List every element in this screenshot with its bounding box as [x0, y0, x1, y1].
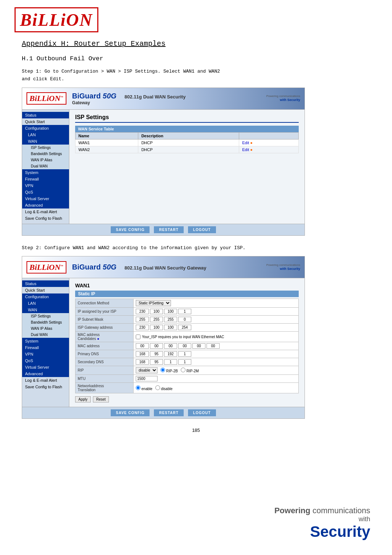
mac-field-4[interactable] [178, 343, 191, 349]
sidebar-item-system-2[interactable]: System [22, 338, 69, 344]
sidebar-item-firewall-1[interactable]: Firewall [22, 176, 69, 182]
ip-field-3[interactable] [164, 309, 177, 314]
sidebar-item-advanced-1[interactable]: Advanced [22, 202, 69, 208]
sidebar-item-advanced-2[interactable]: Advanced [22, 370, 69, 377]
sidebar-item-ispsettings-1[interactable]: ISP Settings [22, 145, 69, 151]
subnet-field-1[interactable] [136, 317, 149, 322]
save-config-btn-2[interactable]: SAVE CONFIG [111, 409, 150, 416]
sdns-field-2[interactable] [150, 359, 163, 365]
sidebar-item-saveconfig-2[interactable]: Save Config to Flash [22, 384, 69, 390]
sidebar-item-firewall-2[interactable]: Firewall [22, 344, 69, 351]
ip-assigned-value [134, 308, 299, 316]
sidebar-item-config-1[interactable]: Configuration [22, 125, 69, 131]
sidebar-item-saveconfig-1[interactable]: Save Config to Flash [22, 215, 69, 222]
connection-method-select[interactable]: Static IPSetting [136, 300, 171, 306]
page-number: 185 [22, 428, 370, 433]
logout-btn-1[interactable]: LOGOUT [188, 226, 216, 233]
sidebar-item-virtualserver-2[interactable]: Virtual Server [22, 364, 69, 370]
sidebar-item-wanipalias-1[interactable]: WAN IP Alias [22, 157, 69, 163]
subnet-field-3[interactable] [164, 317, 177, 322]
apply-button[interactable]: Apply [75, 396, 91, 402]
mac-field-6[interactable] [207, 343, 220, 349]
sidebar-item-qos-1[interactable]: QoS [22, 189, 69, 195]
sdns-field-4[interactable] [178, 359, 191, 365]
mac-checkbox[interactable] [136, 335, 140, 339]
sidebar-item-qos-2[interactable]: QoS [22, 357, 69, 364]
billion-logo: BiLLiON [15, 7, 98, 32]
nat-group: enable disable [136, 385, 296, 391]
mac-field-5[interactable] [192, 343, 205, 349]
table-header-action [239, 132, 299, 139]
rip-2b-radio[interactable] [160, 368, 165, 372]
form-row-gateway: ISP Gateway address [75, 324, 299, 332]
sidebar-item-wan-1[interactable]: WAN [22, 138, 69, 145]
sidebar-item-virtualserver-1[interactable]: Virtual Server [22, 195, 69, 202]
gateway-field-4[interactable] [178, 325, 191, 330]
sidebar-item-quickstart-1[interactable]: Quick Start [22, 118, 69, 125]
nat-disable-label[interactable]: disable [155, 385, 172, 391]
sidebar-item-config-2[interactable]: Configuration [22, 293, 69, 300]
rip-group: disable enable RIP-2B RIP-2M [136, 367, 296, 373]
rip-2b-label[interactable]: RIP-2B [160, 368, 178, 373]
sdns-field-3[interactable] [164, 359, 177, 365]
logout-btn-2[interactable]: LOGOUT [188, 409, 216, 416]
gateway-field-1[interactable] [136, 325, 149, 330]
connection-method-value[interactable]: Static IPSetting [134, 299, 299, 308]
sidebar-item-vpn-1[interactable]: VPN [22, 182, 69, 189]
sidebar-item-bandwidth-2[interactable]: Bandwidth Settings [22, 319, 69, 325]
reset-button[interactable]: Reset [93, 396, 109, 402]
pdns-field-2[interactable] [150, 351, 163, 357]
nat-disable-radio[interactable] [155, 385, 160, 390]
pdns-field-3[interactable] [164, 351, 177, 357]
sidebar-item-quickstart-2[interactable]: Quick Start [22, 287, 69, 293]
ip-field-4[interactable] [178, 309, 191, 314]
rip-value: disable enable RIP-2B RIP-2M [134, 366, 299, 375]
candidates-link[interactable]: ● [97, 337, 99, 341]
sidebar-item-log-2[interactable]: Log & E-mail Alert [22, 377, 69, 384]
sidebar-item-ispsettings-2[interactable]: ISP Settings [22, 313, 69, 319]
restart-btn-1[interactable]: RESTART [154, 226, 183, 233]
sidebar-item-bandwidth-1[interactable]: Bandwidth Settings [22, 151, 69, 157]
table-row: WAN1 DHCP Edit ● [75, 139, 299, 146]
subnet-field-2[interactable] [150, 317, 163, 322]
mac-field-1[interactable] [136, 343, 149, 349]
sidebar-item-dualwan-1[interactable]: Dual WAN [22, 163, 69, 169]
sdns-field-1[interactable] [136, 359, 149, 365]
sidebar-item-status-1[interactable]: Status [22, 112, 69, 118]
mac-field-2[interactable] [150, 343, 163, 349]
nat-enable-radio[interactable] [136, 385, 140, 390]
gateway-field-2[interactable] [150, 325, 163, 330]
router-body-1: Status Quick Start Configuration LAN WAN… [22, 110, 305, 224]
rip-select[interactable]: disable enable [136, 367, 158, 373]
mtu-input[interactable] [136, 376, 158, 381]
ip-field-2[interactable] [150, 309, 163, 314]
pdns-field-1[interactable] [136, 351, 149, 357]
mac-checkbox-label[interactable]: Your_ISP requires you to input WAN Ether… [136, 335, 296, 339]
sidebar-item-system-1[interactable]: System [22, 169, 69, 176]
sidebar-item-status-2[interactable]: Status [22, 280, 69, 287]
rip-2m-radio[interactable] [181, 368, 185, 372]
sidebar-item-lan-1[interactable]: LAN [22, 131, 69, 138]
subnet-field-4[interactable] [178, 317, 191, 322]
sidebar-item-dualwan-2[interactable]: Dual WAN [22, 332, 69, 338]
page-header: BiLLiON [0, 0, 392, 36]
sidebar-item-log-1[interactable]: Log & E-mail Alert [22, 208, 69, 215]
restart-btn-2[interactable]: RESTART [154, 409, 183, 416]
sidebar-item-vpn-2[interactable]: VPN [22, 351, 69, 357]
nat-enable-label[interactable]: enable [136, 385, 152, 391]
wan1-edit[interactable]: Edit ● [239, 139, 299, 146]
sidebar-item-wanipalias-2[interactable]: WAN IP Alias [22, 325, 69, 332]
rip-2m-label[interactable]: RIP-2M [181, 368, 199, 373]
save-config-btn-1[interactable]: SAVE CONFIG [111, 226, 150, 233]
wan2-edit[interactable]: Edit ● [239, 146, 299, 153]
mac-field-3[interactable] [164, 343, 177, 349]
gateway-field-3[interactable] [164, 325, 177, 330]
form-row-primary-dns: Primary DNS [75, 350, 299, 358]
wan1-title: WAN1 [75, 283, 299, 288]
sidebar-item-lan-2[interactable]: LAN [22, 300, 69, 307]
table-header-desc: Description [138, 132, 239, 139]
ip-assigned-group [136, 309, 296, 314]
sidebar-item-wan-2[interactable]: WAN [22, 307, 69, 313]
ip-field-1[interactable] [136, 309, 149, 314]
pdns-field-4[interactable] [178, 351, 191, 357]
